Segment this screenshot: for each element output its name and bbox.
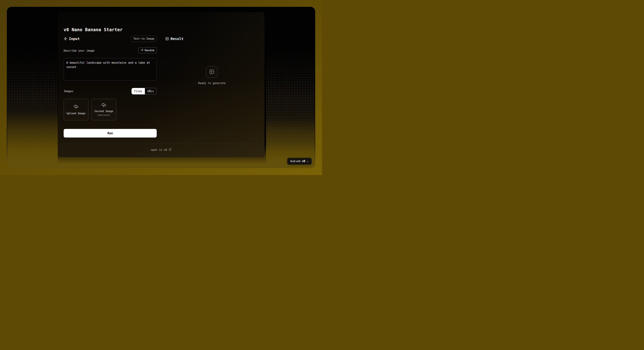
prompt-label: Describe your image (64, 49, 94, 52)
random-button[interactable]: Random (138, 47, 157, 53)
result-placeholder-box (206, 66, 218, 78)
input-heading: Input (69, 36, 80, 41)
mode-text-to-image-button[interactable]: Text-to-Image (131, 35, 157, 42)
input-section-header: Input (64, 36, 80, 41)
app-card: v0 Nano Banana Starter Input Text-to-Ima… (7, 7, 315, 168)
close-icon[interactable]: × (307, 160, 308, 163)
second-image-label: Second Image (94, 110, 113, 112)
dither-pattern-right (266, 46, 315, 168)
page-title: v0 Nano Banana Starter (64, 27, 123, 32)
result-status-text: Ready to generate (165, 82, 258, 85)
gold-flood (7, 47, 58, 168)
page-background: v0 Nano Banana Starter Input Text-to-Ima… (0, 0, 322, 175)
result-section-header: Result (165, 36, 184, 41)
dither-dots-dense (266, 46, 315, 168)
toggle-urls[interactable]: URLs (145, 88, 156, 94)
zap-icon (64, 37, 67, 40)
run-button[interactable]: Run (64, 129, 157, 138)
cloud-upload-icon (74, 104, 78, 110)
cloud-upload-icon (102, 103, 106, 108)
external-link-icon (169, 148, 172, 152)
upload-image-label: Upload Image (67, 112, 86, 115)
dither-dots-dense (7, 47, 58, 168)
dither-dots-sparse (266, 46, 315, 168)
second-image-optional-note: (optional) (97, 114, 110, 116)
upload-image-dropzone[interactable]: Upload Image (64, 99, 88, 120)
app-panel: v0 Nano Banana Starter Input Text-to-Ima… (58, 12, 264, 157)
built-with-v0-badge[interactable]: Built with v0 × (287, 158, 312, 164)
dither-dots-medium (266, 46, 315, 168)
open-in-v0-link[interactable]: open in v0 (58, 148, 264, 152)
dither-dots-medium (7, 47, 58, 168)
image-icon (209, 69, 214, 75)
images-label: Images (64, 90, 73, 93)
random-button-label: Random (145, 49, 154, 52)
second-image-dropzone[interactable]: Second Image (optional) (91, 99, 116, 120)
dither-dots-sparse (7, 47, 58, 168)
image-icon (165, 37, 169, 40)
gold-flood (266, 46, 315, 168)
shuffle-icon (140, 48, 143, 52)
image-source-toggle: Files URLs (132, 88, 157, 94)
v0-logo: v0 (302, 160, 305, 163)
toggle-files[interactable]: Files (132, 88, 145, 94)
footer-divider (64, 144, 258, 144)
badge-text: Built with (290, 160, 301, 163)
prompt-textarea[interactable]: A beautiful landscape with mountains and… (64, 58, 157, 81)
dither-pattern-left (7, 47, 58, 168)
open-in-v0-label: open in v0 (151, 148, 167, 152)
result-heading: Result (170, 36, 184, 41)
